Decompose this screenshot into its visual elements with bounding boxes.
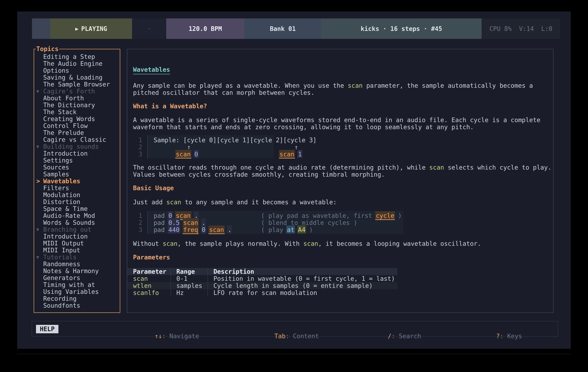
- section-heading: Parameters: [133, 254, 170, 261]
- paragraph-line: waveform that starts and ends at zero cr…: [133, 123, 474, 131]
- hint-navigate: ↑↓: Navigate: [132, 325, 199, 347]
- sidebar-item-editing-a-step[interactable]: Editing a Step: [34, 53, 120, 60]
- play-icon: ▶: [75, 26, 78, 32]
- topics-panel: Topics Editing a StepThe Audio EngineOpt…: [34, 49, 120, 313]
- paragraph-line: Any sample can be played as a wavetable.…: [133, 82, 533, 89]
- sidebar-item-introduction[interactable]: Introduction: [34, 233, 120, 240]
- sidebar-item-introduction[interactable]: Introduction: [34, 150, 120, 157]
- sidebar-item-space-time[interactable]: Space & Time: [34, 205, 120, 212]
- param-name: wtlen: [127, 282, 170, 289]
- status-bar: HELP ↑↓: Navigate Tab: Content /: Search…: [32, 321, 558, 337]
- slash-key-label: /: [388, 332, 391, 340]
- hint-search: /: Search: [366, 325, 421, 347]
- sidebar-item-label: Words & Sounds: [43, 219, 95, 226]
- transport-playing-button[interactable]: ▶ PLAYING: [50, 19, 132, 39]
- sidebar-item-label: About Forth: [43, 95, 84, 102]
- code-block-wavetable-diagram: 1 2 3 Sample: [cycle 0][cycle 1][cycle 2…: [127, 135, 553, 158]
- param-description: Cycle length in samples (0 = entire samp…: [208, 282, 398, 289]
- tab-key-label: Tab: [274, 332, 285, 340]
- param-description: Position in wavetable (0 = first cycle, …: [208, 275, 398, 282]
- topics-panel-title: Topics: [36, 45, 59, 52]
- sidebar-item-control-flow[interactable]: Control Flow: [34, 122, 120, 129]
- sidebar-item-settings[interactable]: Settings: [34, 157, 120, 164]
- sidebar-item-distortion[interactable]: Distortion: [34, 199, 120, 205]
- sidebar-item-label: The Sample Browser: [43, 81, 110, 88]
- gutter-separator: [147, 135, 148, 158]
- hint-content: Tab: Content: [252, 325, 319, 347]
- app-window: ▶ PLAYING · 120.0 BPM Bank 01 kicks · 16…: [17, 11, 571, 349]
- sidebar-item-label: Saving & Loading: [43, 74, 102, 81]
- sidebar-item-branching-out[interactable]: ▼Branching out: [34, 226, 120, 233]
- sidebar-item-tutorials[interactable]: ▼Tutorials: [34, 254, 120, 261]
- sidebar-item-label: Samples: [43, 171, 69, 178]
- sidebar-item-midi-input[interactable]: MIDI Input: [34, 247, 120, 254]
- screen-edge-divider: [17, 354, 571, 354]
- sidebar-item-label: MIDI Output: [43, 240, 84, 247]
- paragraph-line: Just add scan to any sample and it becom…: [133, 199, 337, 206]
- parameters-table: Parameter Range Description scan 0-1 Pos…: [127, 268, 398, 296]
- collapse-triangle-icon: ▼: [36, 143, 43, 150]
- sidebar-item-creating-words[interactable]: Creating Words: [34, 115, 120, 122]
- track-info-display[interactable]: kicks · 16 steps · #45: [321, 19, 482, 39]
- sidebar-item-notes-harmony[interactable]: Notes & Harmony: [34, 268, 120, 274]
- sidebar-item-the-dictionary[interactable]: The Dictionary: [34, 102, 120, 109]
- code-line: ↑ ↑: [154, 144, 298, 151]
- sidebar-item-label: Introduction: [43, 150, 88, 157]
- sidebar-item-label: Notes & Harmony: [43, 267, 99, 274]
- sidebar-item-generators[interactable]: Generators: [34, 274, 120, 282]
- sidebar-item-words-sounds[interactable]: Words & Sounds: [34, 219, 120, 226]
- transport-bar: ▶ PLAYING · 120.0 BPM Bank 01 kicks · 16…: [32, 19, 560, 39]
- sidebar-item-midi-output[interactable]: MIDI Output: [34, 240, 120, 247]
- sidebar-item-recording[interactable]: Recording: [34, 295, 120, 302]
- line-numbers: 1 2 3: [133, 137, 142, 158]
- sidebar-item-the-sample-browser[interactable]: The Sample Browser: [34, 81, 120, 88]
- sidebar-item-label: Creating Words: [43, 115, 95, 122]
- sidebar-item-label: Filters: [43, 184, 69, 191]
- sidebar-item-the-audio-engine[interactable]: The Audio Engine: [34, 60, 120, 67]
- collapse-triangle-icon: ▼: [36, 226, 43, 233]
- param-range: Hz: [170, 289, 208, 296]
- sidebar-item-modulation[interactable]: Modulation: [34, 191, 120, 199]
- sidebar-item-about-forth[interactable]: About Forth: [34, 95, 120, 102]
- table-row: scan 0-1 Position in wavetable (0 = firs…: [127, 275, 398, 282]
- bpm-display[interactable]: 120.0 BPM: [166, 19, 244, 39]
- sidebar-item-label: Generators: [43, 274, 80, 282]
- sidebar-item-wavetables[interactable]: >Wavetables: [34, 178, 120, 185]
- sidebar-item-the-stack[interactable]: The Stack: [34, 109, 120, 115]
- table-row: scanlfo Hz LFO rate for scan modulation: [127, 289, 398, 296]
- collapse-triangle-icon: ▼: [36, 254, 43, 261]
- sidebar-item-label: Editing a Step: [43, 53, 95, 60]
- sidebar-item-label: Space & Time: [43, 205, 88, 212]
- sidebar-item-soundfonts[interactable]: Soundfonts: [34, 302, 120, 309]
- sidebar-item-options[interactable]: Options: [34, 67, 120, 74]
- sidebar-item-label: MIDI Input: [43, 247, 80, 254]
- sidebar-item-filters[interactable]: Filters: [34, 185, 120, 191]
- line-numbers: 1 2 3: [133, 212, 142, 233]
- sidebar-item-building-sounds[interactable]: ▼Building sounds: [34, 143, 120, 150]
- paragraph-line: Without scan, the sample plays normally.…: [133, 240, 481, 247]
- sidebar-item-label: Cagire vs Classic: [43, 136, 106, 143]
- column-header: Parameter: [127, 268, 170, 275]
- sidebar-item-cagire-s-forth[interactable]: ▼Cagire's Forth: [34, 88, 120, 95]
- transport-state-label: PLAYING: [81, 25, 107, 32]
- sidebar-item-label: Audio-Rate Mod: [43, 212, 95, 219]
- sidebar-item-sources[interactable]: Sources: [34, 164, 120, 171]
- paragraph-line: pitched oscillator that can morph betwee…: [133, 89, 315, 96]
- sidebar-item-the-prelude[interactable]: The Prelude: [34, 129, 120, 136]
- transport-left-segment: [32, 19, 50, 39]
- sidebar-item-samples[interactable]: Samples: [34, 171, 120, 178]
- bank-selector[interactable]: Bank 01: [244, 19, 321, 39]
- sidebar-item-using-variables[interactable]: Using Variables: [34, 288, 120, 295]
- sidebar-item-timing-with-at[interactable]: Timing with at: [34, 282, 120, 288]
- sidebar-item-label: Soundfonts: [43, 302, 80, 309]
- sidebar-item-label: Introduction: [43, 233, 88, 240]
- code-line: scan 0 scan 1: [154, 151, 302, 158]
- code-line: pad 0 scan . ( play pad as wavetable, fi…: [154, 212, 402, 219]
- code-line: pad 440 freq 0 scan . ( play at A4 ): [154, 226, 313, 233]
- code-line: Sample: [cycle 0][cycle 1][cycle 2][cycl…: [154, 137, 317, 144]
- sidebar-item-saving-loading[interactable]: Saving & Loading: [34, 74, 120, 81]
- sidebar-item-randomness[interactable]: Randomness: [34, 261, 120, 268]
- sidebar-item-audio-rate-mod[interactable]: Audio-Rate Mod: [34, 212, 120, 219]
- sidebar-item-label: Wavetables: [43, 178, 80, 185]
- sidebar-item-cagire-vs-classic[interactable]: Cagire vs Classic: [34, 136, 120, 143]
